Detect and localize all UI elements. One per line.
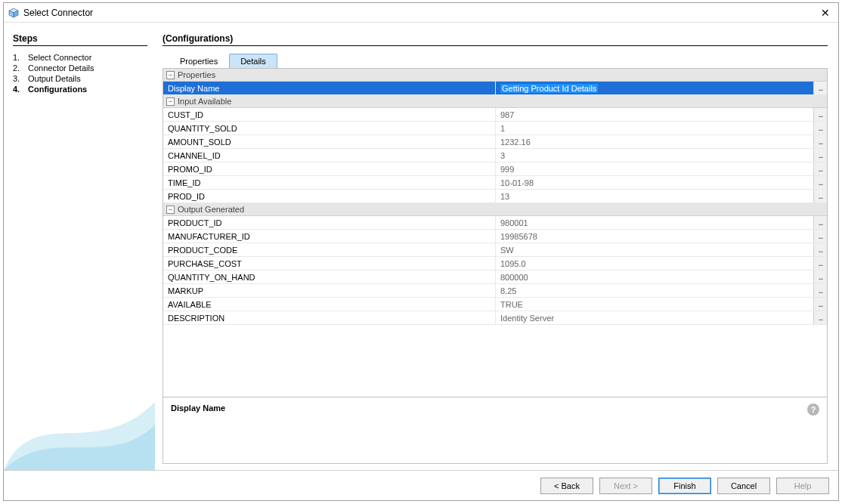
property-value-cell[interactable]: 1... bbox=[496, 122, 827, 135]
collapse-icon[interactable]: − bbox=[166, 206, 175, 214]
back-button[interactable]: < Back bbox=[540, 478, 593, 494]
property-value: Identity Server bbox=[500, 314, 554, 323]
property-label: AMOUNT_SOLD bbox=[163, 135, 496, 148]
step-number: 1. bbox=[13, 53, 28, 62]
property-value: 999 bbox=[500, 165, 514, 174]
property-label: PROD_ID bbox=[163, 190, 496, 203]
ellipsis-button[interactable]: ... bbox=[813, 176, 827, 189]
ellipsis-button[interactable]: ... bbox=[813, 135, 827, 148]
property-value-cell[interactable]: 1232.16... bbox=[496, 135, 827, 148]
close-icon[interactable]: ✕ bbox=[817, 5, 834, 20]
ellipsis-button[interactable]: ... bbox=[813, 298, 827, 311]
step-item: 4.Configurations bbox=[13, 84, 147, 94]
ellipsis-button[interactable]: ... bbox=[813, 190, 827, 203]
cancel-button[interactable]: Cancel bbox=[717, 478, 770, 494]
step-label: Connector Details bbox=[28, 63, 94, 73]
property-value-cell[interactable]: 10-01-98... bbox=[496, 176, 827, 189]
property-value: 987 bbox=[500, 110, 514, 119]
property-label: CUST_ID bbox=[163, 108, 496, 121]
property-value-cell[interactable]: 999... bbox=[496, 162, 827, 175]
next-button: Next > bbox=[599, 478, 652, 494]
property-row[interactable]: QUANTITY_SOLD1... bbox=[163, 122, 827, 135]
property-row[interactable]: CUST_ID987... bbox=[163, 108, 827, 122]
property-value-cell[interactable]: 8.25... bbox=[496, 284, 827, 297]
property-label: QUANTITY_SOLD bbox=[163, 122, 496, 135]
section-header[interactable]: −Properties bbox=[163, 69, 827, 82]
property-value-cell[interactable]: 800000... bbox=[496, 271, 827, 283]
property-row[interactable]: PURCHASE_COST1095.0... bbox=[163, 257, 827, 271]
ellipsis-button[interactable]: ... bbox=[813, 149, 827, 162]
dialog-body: Steps 1.Select Connector2.Connector Deta… bbox=[4, 23, 838, 470]
steps-sidebar: Steps 1.Select Connector2.Connector Deta… bbox=[4, 23, 156, 470]
collapse-icon[interactable]: − bbox=[166, 97, 175, 106]
main-panel: (Configurations) PropertiesDetails −Prop… bbox=[156, 23, 838, 470]
section-title: Properties bbox=[178, 70, 215, 79]
property-row[interactable]: PRODUCT_CODESW... bbox=[163, 243, 827, 257]
property-value: 8.25 bbox=[500, 286, 516, 295]
property-row[interactable]: TIME_ID10-01-98... bbox=[163, 176, 827, 190]
tab-bar: PropertiesDetails bbox=[163, 54, 828, 68]
property-row[interactable]: CHANNEL_ID3... bbox=[163, 149, 827, 162]
ellipsis-button[interactable]: ... bbox=[813, 271, 827, 283]
property-value-cell[interactable]: Getting Product Id Details... bbox=[496, 82, 827, 94]
property-label: Display Name bbox=[163, 82, 496, 94]
finish-button[interactable]: Finish bbox=[658, 478, 711, 494]
property-row[interactable]: DESCRIPTIONIdentity Server... bbox=[163, 311, 827, 325]
property-value-cell[interactable]: 1095.0... bbox=[496, 257, 827, 270]
tab-details[interactable]: Details bbox=[229, 54, 277, 68]
property-row[interactable]: AVAILABLETRUE... bbox=[163, 298, 827, 311]
step-number: 4. bbox=[13, 85, 28, 94]
property-value: 3 bbox=[500, 151, 505, 160]
ellipsis-button[interactable]: ... bbox=[813, 284, 827, 297]
property-value: 1 bbox=[500, 124, 505, 133]
ellipsis-button[interactable]: ... bbox=[813, 257, 827, 270]
property-value-cell[interactable]: 3... bbox=[496, 149, 827, 162]
main-heading: (Configurations) bbox=[163, 33, 828, 46]
decorative-swoosh bbox=[4, 379, 155, 470]
property-value-cell[interactable]: SW... bbox=[496, 243, 827, 256]
property-value-cell[interactable]: 19985678... bbox=[496, 230, 827, 243]
ellipsis-button[interactable]: ... bbox=[813, 230, 827, 243]
property-value-cell[interactable]: 980001... bbox=[496, 216, 827, 229]
grid-spacer bbox=[163, 325, 827, 370]
property-value: 800000 bbox=[500, 273, 528, 282]
property-value-cell[interactable]: TRUE... bbox=[496, 298, 827, 311]
property-row[interactable]: PROMO_ID999... bbox=[163, 162, 827, 176]
property-value-editing[interactable]: Getting Product Id Details bbox=[500, 84, 598, 93]
property-value-cell[interactable]: 987... bbox=[496, 108, 827, 121]
window-title: Select Connector bbox=[23, 8, 817, 18]
property-value: TRUE bbox=[500, 300, 523, 309]
steps-heading: Steps bbox=[13, 33, 147, 46]
property-row[interactable]: AMOUNT_SOLD1232.16... bbox=[163, 135, 827, 149]
property-row[interactable]: PROD_ID13... bbox=[163, 190, 827, 203]
ellipsis-button[interactable]: ... bbox=[813, 122, 827, 135]
step-item: 1.Select Connector bbox=[13, 52, 147, 63]
property-row[interactable]: PRODUCT_ID980001... bbox=[163, 216, 827, 230]
section-header[interactable]: −Output Generated bbox=[163, 203, 827, 216]
step-label: Configurations bbox=[28, 85, 87, 94]
ellipsis-button[interactable]: ... bbox=[813, 216, 827, 229]
property-row[interactable]: QUANTITY_ON_HAND800000... bbox=[163, 271, 827, 284]
ellipsis-button[interactable]: ... bbox=[813, 311, 827, 324]
ellipsis-button[interactable]: ... bbox=[813, 243, 827, 256]
select-connector-dialog: Select Connector ✕ Steps 1.Select Connec… bbox=[3, 2, 839, 501]
help-icon[interactable]: ? bbox=[807, 404, 819, 416]
property-row[interactable]: MANUFACTURER_ID19985678... bbox=[163, 230, 827, 243]
property-grid[interactable]: −PropertiesDisplay NameGetting Product I… bbox=[163, 68, 828, 397]
property-value: 19985678 bbox=[500, 232, 537, 241]
property-label: MARKUP bbox=[163, 284, 496, 297]
ellipsis-button[interactable]: ... bbox=[813, 108, 827, 121]
tab-properties[interactable]: Properties bbox=[169, 54, 229, 68]
collapse-icon[interactable]: − bbox=[166, 71, 175, 79]
property-label: PRODUCT_ID bbox=[163, 216, 496, 229]
ellipsis-button[interactable]: ... bbox=[813, 162, 827, 175]
property-row[interactable]: MARKUP8.25... bbox=[163, 284, 827, 298]
property-row[interactable]: Display NameGetting Product Id Details..… bbox=[163, 82, 827, 95]
ellipsis-button[interactable]: ... bbox=[813, 82, 827, 94]
section-header[interactable]: −Input Available bbox=[163, 95, 827, 108]
property-value-cell[interactable]: 13... bbox=[496, 190, 827, 203]
property-label: MANUFACTURER_ID bbox=[163, 230, 496, 243]
step-item: 3.Output Details bbox=[13, 73, 147, 84]
property-value-cell[interactable]: Identity Server... bbox=[496, 311, 827, 324]
property-value: 1232.16 bbox=[500, 138, 531, 147]
